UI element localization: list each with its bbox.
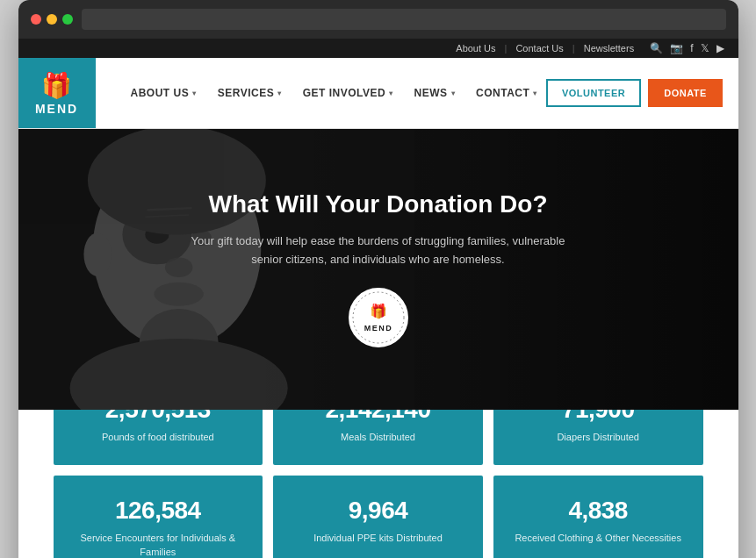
- nav-buttons: VOLUNTEER DONATE: [546, 79, 723, 107]
- chevron-down-icon: ▾: [192, 89, 197, 97]
- hero-logo: 🎁 MEND: [176, 287, 580, 348]
- twitter-icon[interactable]: 𝕏: [701, 42, 709, 54]
- logo-icon: 🎁: [41, 71, 72, 100]
- hero-content: What Will Your Donation Do? Your gift to…: [159, 155, 598, 383]
- stat-ppe-number: 9,964: [291, 497, 465, 525]
- hero-title: What Will Your Donation Do?: [176, 190, 580, 218]
- stat-ppe-label: Individual PPE kits Distributed: [291, 532, 465, 545]
- search-icon[interactable]: 🔍: [650, 42, 663, 54]
- stat-clothing-number: 4,838: [511, 497, 686, 525]
- address-bar[interactable]: [82, 9, 726, 30]
- logo[interactable]: 🎁 MEND: [18, 58, 96, 128]
- nav-get-involved[interactable]: GET INVOLVED ▾: [294, 80, 402, 106]
- hero-subtitle: Your gift today will help ease the burde…: [176, 232, 580, 269]
- stat-ppe: 9,964 Individual PPE kits Distributed: [273, 476, 483, 558]
- dot-maximize[interactable]: [62, 14, 73, 25]
- hero-logo-svg: 🎁 MEND: [348, 287, 409, 348]
- chevron-down-icon: ▾: [451, 89, 456, 97]
- svg-text:MEND: MEND: [364, 324, 392, 333]
- stat-meals-label: Meals Distributed: [291, 431, 465, 444]
- nav-services[interactable]: SERVICES ▾: [209, 80, 291, 106]
- stat-encounters-label: Service Encounters for Individuals & Fam…: [71, 532, 246, 558]
- svg-text:🎁: 🎁: [370, 303, 387, 319]
- nav-news[interactable]: NEWS ▾: [406, 80, 464, 106]
- newsletters-link[interactable]: Newsletters: [584, 43, 634, 54]
- chevron-down-icon: ▾: [389, 89, 393, 97]
- donate-button[interactable]: DONATE: [648, 79, 723, 107]
- stat-encounters: 126,584 Service Encounters for Individua…: [54, 476, 263, 558]
- youtube-icon[interactable]: ▶: [716, 42, 724, 54]
- instagram-icon[interactable]: 📷: [670, 42, 683, 54]
- volunteer-button[interactable]: VOLUNTEER: [546, 79, 641, 107]
- nav-contact[interactable]: CONTACT ▾: [467, 80, 546, 106]
- stat-clothing: 4,838 Received Clothing & Other Necessit…: [493, 476, 703, 558]
- chevron-down-icon: ▾: [277, 89, 282, 97]
- dot-minimize[interactable]: [47, 14, 57, 25]
- about-us-link[interactable]: About Us: [456, 43, 495, 54]
- logo-text: MEND: [35, 102, 78, 116]
- nav-about-us[interactable]: ABOUT US ▾: [122, 80, 205, 106]
- chevron-down-icon: ▾: [533, 89, 537, 97]
- hero-section: What Will Your Donation Do? Your gift to…: [18, 129, 738, 410]
- utility-bar: About Us | Contact Us | Newsletters 🔍 📷 …: [18, 39, 738, 58]
- browser-dots: [31, 14, 73, 25]
- svg-point-7: [83, 232, 112, 276]
- stat-encounters-number: 126,584: [71, 497, 246, 525]
- nav-links: ABOUT US ▾ SERVICES ▾ GET INVOLVED ▾ NEW…: [122, 80, 546, 106]
- stat-diapers-label: Diapers Distributed: [511, 431, 686, 444]
- website-content: About Us | Contact Us | Newsletters 🔍 📷 …: [18, 39, 738, 558]
- browser-window: About Us | Contact Us | Newsletters 🔍 📷 …: [18, 0, 738, 558]
- sep-2: |: [572, 43, 575, 54]
- stat-clothing-label: Received Clothing & Other Necessities: [511, 532, 686, 545]
- dot-close[interactable]: [31, 14, 41, 25]
- sep-1: |: [505, 43, 508, 54]
- contact-us-link[interactable]: Contact Us: [515, 43, 563, 54]
- social-icons: 🔍 📷 f 𝕏 ▶: [650, 42, 724, 54]
- facebook-icon[interactable]: f: [690, 42, 693, 54]
- main-nav: 🎁 MEND ABOUT US ▾ SERVICES ▾ GET INVOLVE…: [18, 58, 738, 129]
- browser-chrome: [18, 0, 738, 39]
- stat-food-label: Pounds of food distributed: [71, 431, 246, 444]
